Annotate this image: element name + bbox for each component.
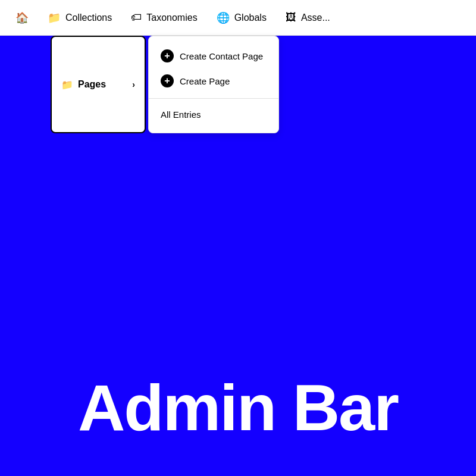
nav-item-collections[interactable]: 📁 Collections: [38, 7, 121, 29]
globals-icon: 🌐: [217, 11, 230, 24]
chevron-right-icon: ›: [132, 80, 135, 89]
create-contact-page-label: Create Contact Page: [180, 51, 263, 61]
nav-item-taxonomies[interactable]: 🏷 Taxonomies: [121, 7, 206, 29]
home-icon: 🏠: [15, 11, 29, 24]
nav-item-assets[interactable]: 🖼 Asse...: [276, 7, 340, 29]
dropdown-container: 📁 Pages › + Create Contact Page + Create…: [51, 36, 279, 133]
plus-icon-page: +: [161, 74, 174, 87]
nav-item-globals[interactable]: 🌐 Globals: [207, 7, 276, 29]
assets-icon: 🖼: [286, 11, 296, 24]
nav-home[interactable]: 🏠: [6, 7, 38, 29]
globals-label: Globals: [234, 12, 267, 23]
collections-label: Collections: [65, 12, 112, 23]
pages-dropdown-trigger[interactable]: 📁 Pages ›: [51, 36, 146, 133]
pages-trigger-icon: 📁: [61, 79, 73, 90]
create-contact-page-item[interactable]: + Create Contact Page: [149, 43, 278, 68]
pages-dropdown-menu: + Create Contact Page + Create Page All …: [148, 36, 279, 133]
pages-trigger-label: Pages: [78, 79, 106, 90]
taxonomies-icon: 🏷: [131, 11, 142, 24]
admin-bar-background-label: Admin Bar: [0, 375, 476, 440]
plus-icon-contact: +: [161, 49, 174, 62]
collections-icon: 📁: [48, 11, 61, 24]
create-page-item[interactable]: + Create Page: [149, 68, 278, 93]
assets-label: Asse...: [301, 12, 330, 23]
dropdown-trigger-left: 📁 Pages: [61, 79, 106, 90]
taxonomies-label: Taxonomies: [146, 12, 197, 23]
all-entries-item[interactable]: All Entries: [149, 104, 278, 126]
admin-nav-bar: 🏠 📁 Collections 🏷 Taxonomies 🌐 Globals 🖼…: [0, 0, 476, 36]
create-page-label: Create Page: [180, 76, 230, 86]
all-entries-label: All Entries: [161, 109, 201, 120]
menu-divider: [149, 98, 278, 99]
